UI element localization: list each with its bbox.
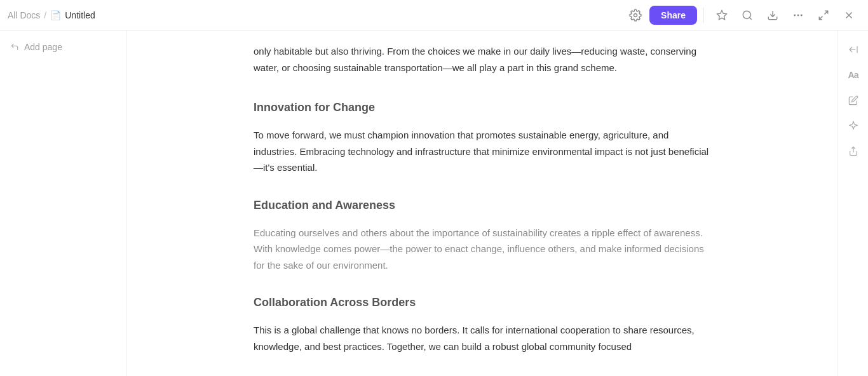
section-body-education: Educating ourselves and others about the… <box>254 225 711 274</box>
expand-button[interactable] <box>812 4 835 27</box>
svg-line-8 <box>825 11 828 14</box>
doc-icon: 📄 <box>50 10 61 20</box>
svg-point-7 <box>801 15 803 16</box>
header-actions: Share <box>624 4 860 27</box>
right-sidebar: Aa <box>837 30 868 376</box>
more-button[interactable] <box>787 4 810 27</box>
section-body-innovation: To move forward, we must champion innova… <box>254 127 711 176</box>
main-area: Add page only habitable but also thrivin… <box>0 30 868 376</box>
content-inner: only habitable but also thriving. From t… <box>254 30 711 376</box>
edit-button[interactable] <box>842 89 865 112</box>
search-button[interactable] <box>736 4 759 27</box>
svg-point-5 <box>794 15 796 16</box>
header-divider <box>703 8 704 23</box>
doc-title: Untitled <box>65 10 95 20</box>
section-innovation: Innovation for Change To move forward, w… <box>254 101 711 176</box>
left-sidebar: Add page <box>0 30 127 376</box>
add-page-label: Add page <box>24 42 62 52</box>
section-body-collaboration: This is a global challenge that knows no… <box>254 322 711 354</box>
svg-point-2 <box>743 11 750 18</box>
svg-line-3 <box>749 17 751 19</box>
section-collaboration: Collaboration Across Borders This is a g… <box>254 296 711 354</box>
add-page-button[interactable]: Add page <box>5 38 121 56</box>
svg-point-6 <box>797 15 799 16</box>
svg-point-0 <box>634 13 637 17</box>
content-area[interactable]: only habitable but also thriving. From t… <box>127 30 837 376</box>
breadcrumb-separator: / <box>44 10 46 20</box>
collapse-panel-button[interactable] <box>842 38 865 61</box>
svg-marker-1 <box>717 10 727 19</box>
intro-paragraph: only habitable but also thriving. From t… <box>254 43 711 76</box>
export-button[interactable] <box>842 140 865 163</box>
section-heading-innovation: Innovation for Change <box>254 101 711 114</box>
font-size-label: Aa <box>848 70 858 80</box>
svg-line-9 <box>819 16 822 19</box>
download-button[interactable] <box>761 4 784 27</box>
breadcrumb: All Docs / 📄 Untitled <box>8 10 95 20</box>
share-button[interactable]: Share <box>649 6 697 25</box>
section-heading-education: Education and Awareness <box>254 199 711 212</box>
all-docs-link[interactable]: All Docs <box>8 10 40 20</box>
font-size-button[interactable]: Aa <box>842 64 865 86</box>
header: All Docs / 📄 Untitled Share <box>0 0 868 30</box>
close-button[interactable] <box>837 4 860 27</box>
section-heading-collaboration: Collaboration Across Borders <box>254 296 711 309</box>
settings-button[interactable] <box>624 4 647 27</box>
magic-edit-button[interactable] <box>842 114 865 137</box>
star-button[interactable] <box>710 4 733 27</box>
section-education: Education and Awareness Educating oursel… <box>254 199 711 274</box>
